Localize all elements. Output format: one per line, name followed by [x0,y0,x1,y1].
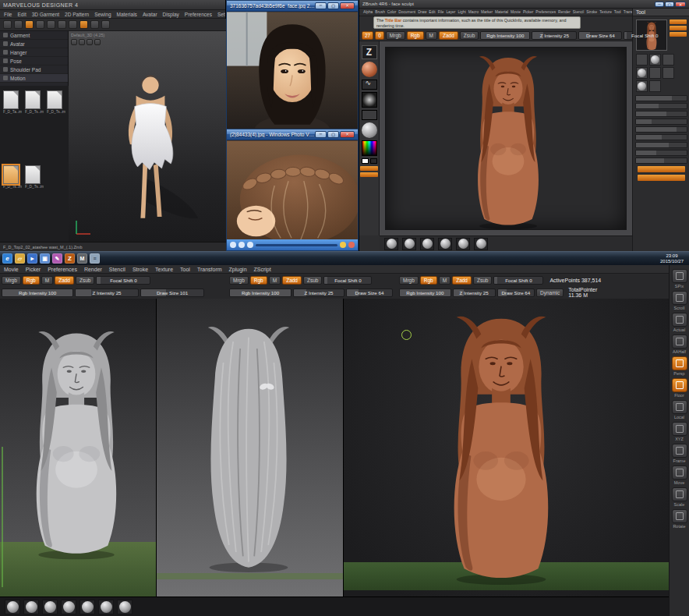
rgb-intensity-slider[interactable]: Rgb Intensity 100 [399,289,451,297]
m-button[interactable]: M [41,276,53,285]
tray-slider[interactable] [635,158,687,164]
seek-bar[interactable] [256,244,337,246]
local-symmetry-icon[interactable] [672,400,687,414]
quick-pick-thumb[interactable] [662,67,674,79]
quick-pick-thumb[interactable] [636,80,648,92]
redo-icon[interactable] [47,20,55,29]
brush-preview-thumb[interactable] [80,600,95,614]
current-brush-icon[interactable] [362,62,377,77]
shade-icon[interactable] [79,39,85,45]
md-menu-avatar[interactable]: Avatar [143,12,157,17]
xyz-icon[interactable] [672,422,687,436]
zb-menu-document[interactable]: Document [398,10,415,14]
md-thumb-item[interactable]: F_D_Ts..zmo [25,90,44,162]
z-intensity-slider[interactable]: Z Intensity 25 [453,289,496,297]
material-thumb[interactable] [420,238,434,250]
brush-preview-thumb[interactable] [42,600,58,614]
move-icon[interactable] [672,466,687,480]
file-thumbnail[interactable] [3,90,19,109]
md-thumb-item[interactable]: F_D_Ta..zmo [3,90,22,162]
draw-size-slider[interactable]: Draw Size 101 [140,289,204,297]
draw-size-slider[interactable]: Draw Size 64 [346,289,393,297]
quick-pick-thumb[interactable] [649,54,661,65]
shelf-item-floor[interactable]: Floor [670,378,689,398]
zbb-menu-transform[interactable]: Transform [197,267,222,272]
draw-size-slider[interactable]: Draw Size 64 [578,31,622,40]
actual-size-icon[interactable] [672,313,687,327]
brush-preview-thumb[interactable] [23,600,39,614]
zb-menu-texture[interactable]: Texture [599,10,612,14]
lightbox-button[interactable]: 0 [375,31,384,40]
taskbar-paint-icon[interactable] [52,253,62,264]
light-icon[interactable] [94,39,101,45]
mrgb-button[interactable]: Mrgb [2,276,21,285]
brush-preview-thumb[interactable] [5,600,20,614]
md-sidebar-item-pose[interactable]: Pose [0,57,68,65]
new-icon[interactable] [3,20,12,29]
clone-button[interactable] [670,32,687,37]
zbb-menu-texture[interactable]: Texture [155,267,173,272]
zb-menu-picker[interactable]: Picker [523,10,533,14]
taskbar-media-player-icon[interactable] [27,253,37,264]
maximize-button[interactable] [665,2,674,7]
zb-menu-brush[interactable]: Brush [375,10,385,14]
m-button[interactable]: M [269,276,281,285]
m-button[interactable]: M [426,31,437,40]
viewport-gray-front[interactable] [0,299,156,597]
md-titlebar[interactable]: MARVELOUS DESIGNER 4 [0,0,225,10]
secondary-color-swatch[interactable] [370,158,377,164]
taskbar-marvelous-designer-icon[interactable] [77,253,87,264]
md-sidebar-item-shoulderpad[interactable]: Shoulder Pad [0,65,68,74]
md-menu-preferences[interactable]: Preferences [185,12,212,17]
shelf-item-frame[interactable]: Frame [670,444,689,463]
shelf-item-actual[interactable]: Actual [670,313,689,332]
scroll-icon[interactable] [672,291,687,305]
md-menu-2dpattern[interactable]: 2D Pattern [65,12,89,17]
mrgb-button[interactable]: Mrgb [386,31,405,40]
shelf-item-scroll[interactable]: Scroll [670,291,689,310]
alpha-icon[interactable] [362,92,377,108]
z-intensity-slider[interactable]: Z Intensity 25 [532,31,577,40]
zbb-menu-preferences[interactable]: Preferences [48,267,77,272]
tray-slider[interactable] [635,103,687,109]
quick-pick-thumb[interactable] [636,67,648,79]
next-button[interactable] [247,242,253,248]
load-tool-button[interactable] [670,19,687,24]
camera-icon[interactable] [90,20,99,29]
close-button[interactable] [675,2,686,7]
tray-slider[interactable] [635,134,687,140]
open-icon[interactable] [14,20,23,29]
md-menu-file[interactable]: File [4,12,12,17]
color-picker-icon[interactable] [362,140,377,156]
shelf-item-xyz[interactable]: XYZ [670,422,689,441]
zbb-menu-stencil[interactable]: Stencil [109,267,125,272]
taskbar-notepad-icon[interactable] [90,253,100,264]
mrgb-button[interactable]: Mrgb [399,276,419,285]
md-menu-3dgarment[interactable]: 3D Garment [32,12,59,17]
md-menu-edit[interactable]: Edit [17,12,26,17]
close-button[interactable] [340,131,355,138]
rotate-icon[interactable] [672,509,687,523]
tray-slider[interactable] [635,150,687,156]
md-menu-display[interactable]: Display [163,12,179,17]
md-sidebar-item-avatar[interactable]: Avatar [0,40,68,48]
photo-titlebar[interactable]: (2)84433(4).jpg - Windows Photo Viewer [227,129,358,140]
zbb-menu-render[interactable]: Render [84,267,102,272]
file-thumbnail-selected[interactable] [3,165,19,184]
rgb-button[interactable]: Rgb [23,276,40,285]
material-thumb[interactable] [402,238,416,250]
shelf-item-local[interactable]: Local [670,400,689,420]
zadd-button[interactable]: Zadd [452,276,472,285]
material-thumb[interactable] [384,238,398,250]
frame-icon[interactable] [672,444,687,458]
z-intensity-slider[interactable]: Z Intensity 25 [293,289,344,297]
shelf-item-spix[interactable]: SPix [670,269,689,289]
rgb-intensity-slider[interactable]: Rgb Intensity 100 [229,289,292,297]
taskbar-zbrush-icon[interactable] [65,253,75,264]
rgb-button[interactable]: Rgb [250,276,267,285]
tray-slider[interactable] [635,126,687,133]
zsub-button[interactable]: Zsub [303,276,322,285]
md-sidebar-item-hanger[interactable]: Hanger [0,48,68,57]
make-polymesh-button[interactable] [638,166,685,172]
perspective-icon[interactable] [672,356,687,370]
